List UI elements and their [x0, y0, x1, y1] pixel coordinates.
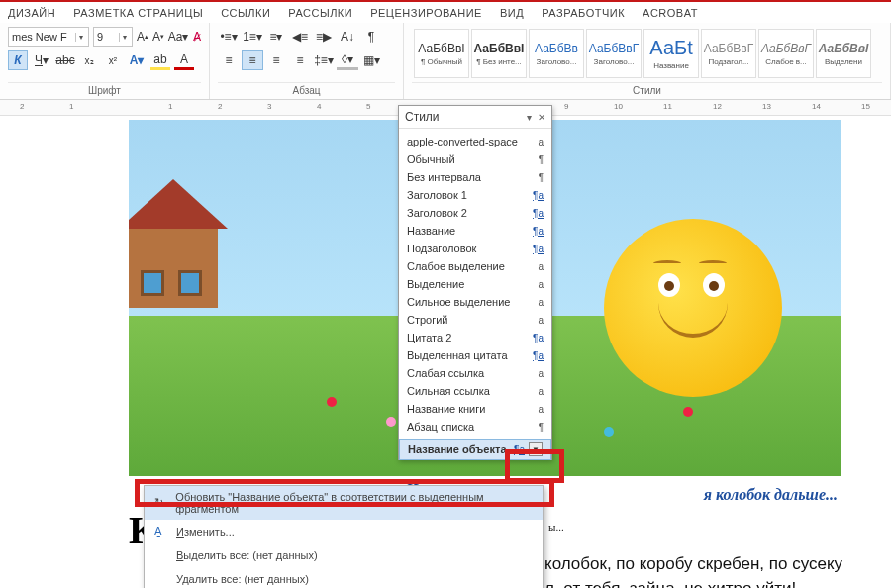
- close-icon[interactable]: ✕: [538, 112, 545, 123]
- align-right-icon[interactable]: ≡: [265, 50, 287, 70]
- italic-button[interactable]: К: [8, 50, 28, 70]
- line-spacing-icon[interactable]: ‡≡▾: [313, 50, 335, 70]
- font-size-select[interactable]: 9▾: [93, 27, 133, 47]
- style-item[interactable]: Подзаголовок¶a: [399, 240, 551, 257]
- superscript-button[interactable]: x²: [103, 50, 123, 70]
- style-heading1[interactable]: АаБбВвЗаголово...: [529, 29, 584, 78]
- style-item[interactable]: Сильное выделениеa: [399, 293, 551, 311]
- decrease-indent-icon[interactable]: ◀≡: [289, 27, 311, 47]
- style-item[interactable]: Слабая ссылкаa: [399, 364, 551, 382]
- style-normal[interactable]: АаБбВвІ¶ Обычный: [414, 29, 469, 78]
- tab-view[interactable]: ВИД: [500, 7, 524, 19]
- justify-icon[interactable]: ≡: [289, 50, 311, 70]
- menu-delete-all[interactable]: Удалить все: (нет данных): [145, 567, 543, 588]
- style-no-spacing[interactable]: АаБбВвІ¶ Без инте...: [471, 29, 527, 78]
- style-item[interactable]: Заголовок 1¶a: [399, 186, 551, 204]
- shrink-font-icon[interactable]: A▾: [152, 27, 164, 47]
- style-item[interactable]: Абзац списка¶: [399, 418, 551, 436]
- tab-page-layout[interactable]: РАЗМЕТКА СТРАНИЦЫ: [73, 7, 203, 19]
- bullets-icon[interactable]: •≡▾: [218, 27, 240, 47]
- style-item[interactable]: Выделениеa: [399, 275, 551, 293]
- style-item[interactable]: Строгийa: [399, 311, 551, 329]
- style-item[interactable]: apple-converted-spacea: [399, 133, 551, 150]
- multilevel-list-icon[interactable]: ≡▾: [265, 27, 287, 47]
- style-subtle-emph[interactable]: АаБбВвГСлабое в...: [758, 29, 814, 78]
- style-item[interactable]: Слабое выделениеa: [399, 257, 551, 275]
- tab-mailings[interactable]: РАССЫЛКИ: [288, 7, 352, 19]
- highlight-icon[interactable]: ab: [150, 50, 170, 70]
- style-item[interactable]: Обычный¶: [399, 150, 551, 168]
- style-emphasis[interactable]: АаБбВвІВыделени: [816, 29, 871, 78]
- align-center-icon[interactable]: ≡: [242, 50, 263, 70]
- shading-icon[interactable]: ◊▾: [337, 50, 358, 70]
- doc-text-fragment: ы...: [548, 521, 564, 533]
- style-item[interactable]: Выделенная цитата¶a: [399, 346, 551, 364]
- sort-icon[interactable]: A↓: [337, 27, 358, 47]
- increase-indent-icon[interactable]: ≡▶: [313, 27, 335, 47]
- styles-task-pane[interactable]: Стили ▾✕ apple-converted-spaceaОбычный¶Б…: [398, 105, 552, 460]
- style-heading2[interactable]: АаБбВвГЗаголово...: [586, 29, 642, 78]
- tab-acrobat[interactable]: ACROBAT: [643, 7, 698, 19]
- style-item-selected[interactable]: Название объекта ¶a▼: [399, 439, 551, 460]
- borders-icon[interactable]: ▦▾: [360, 50, 382, 70]
- edit-icon: A̱: [154, 525, 168, 539]
- refresh-icon: ↻: [154, 496, 167, 510]
- paragraph-group-label: Абзац: [218, 82, 395, 99]
- subscript-button[interactable]: x₂: [79, 50, 99, 70]
- tab-review[interactable]: РЕЦЕНЗИРОВАНИЕ: [370, 7, 482, 19]
- task-pane-options-icon[interactable]: ▾: [527, 112, 532, 123]
- style-item[interactable]: Сильная ссылкаa: [399, 382, 551, 400]
- underline-button[interactable]: Ч▾: [32, 50, 51, 70]
- text-effects-icon[interactable]: A▾: [127, 50, 147, 70]
- font-color-icon[interactable]: A: [174, 50, 194, 70]
- strikethrough-button[interactable]: abc: [55, 50, 75, 70]
- font-group: mes New F▾ 9▾ A▴ A▾ Aa▾ A̷ К Ч▾ abc x₂ x…: [0, 23, 210, 99]
- style-item[interactable]: Заголовок 2¶a: [399, 204, 551, 222]
- tab-developer[interactable]: РАЗРАБОТЧИК: [542, 7, 625, 19]
- style-item[interactable]: Название¶a: [399, 222, 551, 240]
- styles-gallery[interactable]: АаБбВвІ¶ Обычный АаБбВвІ¶ Без инте... Аа…: [412, 27, 882, 80]
- tab-design[interactable]: ДИЗАЙН: [8, 7, 55, 19]
- style-item-dropdown-icon[interactable]: ▼: [529, 442, 543, 456]
- styles-group-label: Стили: [412, 82, 882, 99]
- font-group-label: Шрифт: [8, 82, 201, 99]
- menu-select-all[interactable]: Выделить все: (нет данных): [145, 543, 543, 567]
- style-item[interactable]: Цитата 2¶a: [399, 329, 551, 346]
- styles-pane-title: Стили: [405, 110, 440, 124]
- style-item[interactable]: Без интервала¶: [399, 168, 551, 186]
- align-left-icon[interactable]: ≡: [218, 50, 240, 70]
- ribbon-tabs: ДИЗАЙН РАЗМЕТКА СТРАНИЦЫ ССЫЛКИ РАССЫЛКИ…: [0, 2, 891, 23]
- style-context-menu: ↻Обновить "Название объекта" в соответст…: [144, 485, 544, 588]
- tab-references[interactable]: ССЫЛКИ: [221, 7, 270, 19]
- change-case-icon[interactable]: Aa▾: [168, 27, 188, 47]
- style-subtitle[interactable]: АаБбВвГПодзагол...: [701, 29, 756, 78]
- font-name-select[interactable]: mes New F▾: [8, 27, 89, 47]
- menu-update-style[interactable]: ↻Обновить "Название объекта" в соответст…: [145, 486, 543, 520]
- numbering-icon[interactable]: 1≡▾: [242, 27, 263, 47]
- show-marks-icon[interactable]: ¶: [360, 27, 382, 47]
- styles-group: АаБбВвІ¶ Обычный АаБбВвІ¶ Без инте... Аа…: [404, 23, 891, 99]
- paragraph-group: •≡▾ 1≡▾ ≡▾ ◀≡ ≡▶ A↓ ¶ ≡ ≡ ≡ ≡ ‡≡▾ ◊▾ ▦▾ …: [210, 23, 404, 99]
- grow-font-icon[interactable]: A▴: [137, 27, 148, 47]
- clear-formatting-icon[interactable]: A̷: [192, 27, 201, 47]
- style-item[interactable]: Название книгиa: [399, 400, 551, 418]
- image-caption-right: я колобок дальше...: [704, 486, 838, 504]
- style-title[interactable]: АаБtНазвание: [644, 29, 699, 78]
- menu-modify-style[interactable]: A̱ИИзменить...зменить...: [145, 520, 543, 543]
- ribbon: mes New F▾ 9▾ A▴ A▾ Aa▾ A̷ К Ч▾ abc x₂ x…: [0, 23, 891, 100]
